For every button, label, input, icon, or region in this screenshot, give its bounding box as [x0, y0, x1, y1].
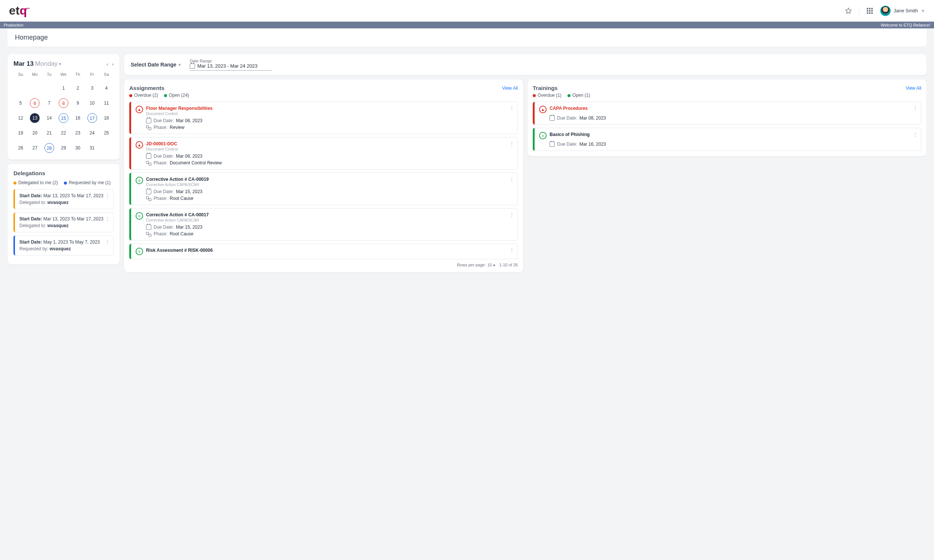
calendar-day — [99, 142, 114, 154]
delegation-card[interactable]: Start Date: May 1, 2023 To May 7, 2023Re… — [14, 235, 114, 255]
date-range-field[interactable]: Date Range Mar 13, 2023 - Mar 24 2023 — [190, 58, 272, 71]
phase-icon — [146, 125, 151, 130]
calendar-day[interactable]: 1 — [56, 83, 71, 94]
calendar-dow: Su — [14, 70, 28, 79]
calendar-day[interactable]: 4 — [99, 83, 114, 94]
kebab-menu-icon[interactable]: ⋮ — [509, 177, 514, 182]
calendar-icon — [146, 118, 151, 123]
environment-bar: Production Welcome to ETQ Reliance! — [0, 22, 934, 28]
item-card[interactable]: ⋮≡Corrective Action # CA-00019Corrective… — [129, 172, 518, 205]
calendar-day[interactable]: 27 — [28, 142, 42, 154]
calendar-day[interactable]: 22 — [56, 128, 71, 138]
calendar-day[interactable]: 29 — [56, 142, 71, 154]
date-range-bar: Select Date Range ▾ Date Range Mar 13, 2… — [124, 54, 926, 75]
user-menu[interactable]: Jane Smith ▼ — [880, 6, 925, 16]
calendar-day[interactable]: 25 — [99, 128, 114, 138]
rows-per-page-select[interactable]: Rows per page: 10 ▴ — [457, 262, 495, 267]
item-card[interactable]: ⋮≡Corrective Action # CA-00017Corrective… — [129, 208, 518, 241]
kebab-menu-icon[interactable]: ⋮ — [509, 141, 514, 146]
svg-rect-1 — [867, 8, 868, 9]
calendar-title[interactable]: Mar 13 Monday ▾ — [14, 60, 61, 68]
legend-open: Open (1) — [568, 93, 590, 98]
date-range-label: Date Range — [190, 58, 272, 63]
calendar-day[interactable]: 14 — [42, 112, 56, 124]
calendar-day[interactable]: 2 — [71, 83, 85, 94]
calendar-day[interactable]: 19 — [14, 128, 28, 138]
environment-name: Production — [4, 23, 23, 27]
calendar-day[interactable]: 20 — [28, 128, 42, 138]
item-subtype: Corrective Action CAPA/SCAR — [146, 182, 209, 187]
calendar-day[interactable]: 11 — [99, 97, 114, 109]
calendar-day[interactable]: 10 — [85, 97, 99, 109]
svg-rect-3 — [871, 8, 873, 9]
status-icon: ▲ — [539, 106, 546, 113]
calendar-day[interactable]: 18 — [99, 112, 114, 124]
kebab-menu-icon[interactable]: ⋮ — [509, 212, 514, 217]
calendar-day[interactable]: 21 — [42, 128, 56, 138]
date-range-value: Mar 13, 2023 - Mar 24 2023 — [197, 63, 257, 69]
svg-rect-4 — [867, 10, 868, 12]
calendar-day[interactable]: 5 — [14, 97, 28, 109]
svg-rect-8 — [869, 12, 871, 14]
item-title: CAPA Procedures — [549, 106, 588, 111]
kebab-menu-icon[interactable]: ⋮ — [509, 248, 514, 253]
trainings-view-all-link[interactable]: View All — [906, 86, 921, 91]
item-card[interactable]: ⋮≡Risk Assessment # RISK-00006 — [129, 243, 518, 259]
phase-icon — [146, 231, 151, 237]
calendar-day[interactable]: 3 — [85, 83, 99, 94]
calendar-day[interactable]: 12 — [14, 112, 28, 124]
item-title: Basics of Phishing — [549, 132, 589, 137]
kebab-menu-icon[interactable]: ⋮ — [105, 240, 110, 245]
item-title: Corrective Action # CA-00017 — [146, 212, 209, 217]
calendar-day[interactable]: 26 — [14, 142, 28, 154]
kebab-menu-icon[interactable]: ⋮ — [105, 216, 110, 222]
status-icon: ≡ — [135, 212, 143, 220]
calendar-day[interactable]: 28 — [42, 142, 56, 154]
calendar-day[interactable]: 30 — [71, 142, 85, 154]
calendar-day[interactable]: 7 — [42, 97, 56, 109]
trainings-title: Trainings — [533, 85, 558, 91]
status-icon: ▲ — [135, 106, 143, 113]
calendar-day[interactable]: 6 — [28, 97, 42, 109]
assignments-view-all-link[interactable]: View All — [502, 86, 518, 91]
favorite-icon[interactable] — [845, 7, 852, 15]
item-title: Risk Assessment # RISK-00006 — [146, 248, 212, 253]
select-date-range-dropdown[interactable]: Select Date Range ▾ — [131, 62, 181, 68]
svg-rect-9 — [871, 12, 873, 14]
calendar-date: Mar 13 — [14, 60, 34, 68]
item-card[interactable]: ⋮▲CAPA ProceduresDue Date: Mar 08, 2023 — [533, 102, 921, 125]
delegations-card: Delegations Delegated to me (2) Requeste… — [8, 164, 120, 265]
separator — [859, 6, 859, 15]
status-icon: ≡ — [135, 177, 143, 184]
chevron-down-icon: ▾ — [178, 62, 181, 67]
delegation-card[interactable]: Start Date: Mar 13, 2023 To Mar 17, 2023… — [14, 189, 114, 209]
kebab-menu-icon[interactable]: ⋮ — [913, 132, 918, 137]
item-title: Corrective Action # CA-00019 — [146, 177, 209, 182]
item-card[interactable]: ⋮≡Basics of PhishingDue Date: Mar 16, 20… — [533, 128, 921, 151]
calendar-grid: SuMoTuWeThFrSa12345678910111213141516171… — [14, 70, 114, 154]
apps-grid-icon[interactable] — [866, 7, 874, 15]
calendar-day — [28, 83, 42, 94]
calendar-day[interactable]: 24 — [85, 128, 99, 138]
calendar-icon — [549, 115, 555, 121]
delegation-card[interactable]: Start Date: Mar 13, 2023 To Mar 17, 2023… — [14, 212, 114, 232]
item-subtype: Document Control — [146, 111, 212, 116]
calendar-day[interactable]: 13 — [28, 112, 42, 124]
calendar-next-button[interactable]: › — [112, 61, 114, 67]
calendar-day[interactable]: 15 — [56, 112, 71, 124]
kebab-menu-icon[interactable]: ⋮ — [913, 106, 918, 111]
calendar-prev-button[interactable]: ‹ — [106, 61, 108, 67]
calendar-day[interactable]: 23 — [71, 128, 85, 138]
item-card[interactable]: ⋮▲JD-00001-DOCDocument ControlDue Date: … — [129, 137, 518, 169]
item-card[interactable]: ⋮▲Floor Manager ResponsibilitiesDocument… — [129, 102, 518, 134]
calendar-day[interactable]: 17 — [85, 112, 99, 124]
legend-requested-by-me: Requested by me (1) — [64, 180, 111, 185]
calendar-day[interactable]: 8 — [56, 97, 71, 109]
kebab-menu-icon[interactable]: ⋮ — [105, 193, 110, 198]
assignments-pager: Rows per page: 10 ▴ 1-10 of 26 — [129, 262, 518, 267]
calendar-day[interactable]: 31 — [85, 142, 99, 154]
kebab-menu-icon[interactable]: ⋮ — [509, 106, 514, 111]
calendar-day[interactable]: 16 — [71, 112, 85, 124]
calendar-day[interactable]: 9 — [71, 97, 85, 109]
welcome-message: Welcome to ETQ Reliance! — [881, 23, 930, 27]
